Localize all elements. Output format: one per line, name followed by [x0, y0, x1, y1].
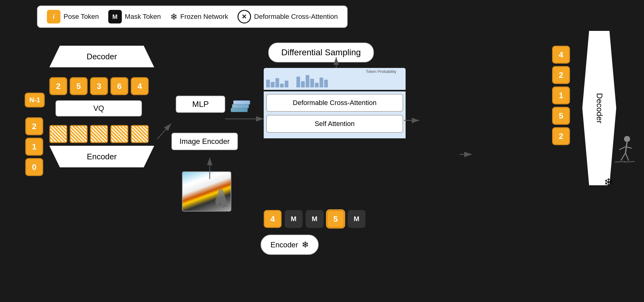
far-token-2a: 2 [552, 66, 570, 84]
bottom-token-4: 4 [264, 210, 282, 228]
layer-middle [232, 104, 249, 108]
cross-attention-legend: ✕ Deformable Cross-Attention [237, 10, 338, 23]
encoder-shape: Encoder [49, 146, 154, 167]
mask-sq-4 [110, 125, 128, 143]
token-val-3: 3 [90, 77, 108, 95]
mask-sq-2 [70, 125, 88, 143]
right-decoder-label: Decoder [595, 93, 604, 123]
deformable-cross-attention-box: Deformable Cross-Attention [266, 94, 403, 112]
self-attention-box: Self Attention [266, 115, 403, 133]
svg-line-4 [621, 153, 625, 161]
bar-9 [310, 79, 314, 87]
mlp-section: MLP [176, 96, 249, 113]
diff-sampling-box: Differential Sampling [268, 43, 374, 62]
bar-11 [320, 78, 323, 87]
bar-1 [266, 80, 270, 87]
token-val-6: 6 [110, 77, 128, 95]
bottom-mask-1: M [285, 210, 303, 228]
svg-line-9 [157, 124, 171, 139]
bar-2 [271, 82, 275, 87]
right-frozen-badge: ❄ [604, 176, 613, 189]
encoder-frozen-icon: ❄ [302, 240, 309, 250]
mlp-label: MLP [176, 96, 225, 113]
encoder-frozen-section: Encoder ❄ [261, 235, 319, 255]
far-token-4: 4 [552, 46, 570, 64]
bar-6 [296, 77, 300, 87]
bar-4 [280, 84, 284, 87]
encoder-bottom: Encoder [49, 146, 154, 167]
self-attention-label: Self Attention [315, 120, 355, 128]
deformable-label: Deformable Cross-Attention [293, 99, 376, 107]
cross-attention-icon: ✕ [237, 10, 251, 23]
image-encoder-label: Image Encoder [171, 133, 238, 150]
bottom-mask-3: M [348, 210, 365, 228]
far-token-5: 5 [552, 107, 570, 125]
pose-token-legend: i Pose Token [47, 10, 99, 23]
frozen-network-icon: ❄ [170, 12, 177, 22]
layer-bottom [231, 108, 248, 112]
token-1: 1 [25, 138, 43, 156]
encoder-frozen-box: Encoder ❄ [261, 235, 319, 255]
vq-label: VQ [56, 100, 142, 116]
decoder-shape: Decoder [49, 46, 154, 67]
n1-token: N-1 [25, 93, 45, 107]
layer-top [233, 100, 250, 105]
bar-7 [301, 81, 305, 87]
mask-sq-5 [131, 125, 149, 143]
probability-chart-area: Token Probability [264, 68, 406, 90]
far-right-token-col: 4 2 1 5 2 [552, 46, 570, 145]
token-val-5: 5 [70, 77, 88, 95]
skier-svg [610, 133, 638, 170]
cross-attention-label: Deformable Cross-Attention [254, 13, 338, 21]
far-token-1: 1 [552, 86, 570, 104]
svg-point-0 [624, 136, 630, 142]
bar-5 [285, 81, 288, 87]
left-token-column: 2 1 0 [25, 117, 43, 176]
mask-token-label: Mask Token [125, 13, 161, 21]
bottom-token-5: 5 [327, 210, 345, 228]
pose-token-icon: i [47, 10, 60, 23]
main-diagram: i Pose Token M Mask Token ❄ Frozen Netwo… [0, 0, 644, 302]
decoder-top: Decoder [49, 46, 154, 67]
attention-block: Token Probability Deformable Cross-Att [264, 68, 406, 138]
right-skier [610, 133, 638, 170]
bar-3 [275, 78, 279, 87]
layers-icon [231, 97, 249, 112]
deformable-area: Deformable Cross-Attention Self Attentio… [264, 91, 406, 138]
mask-token-legend: M Mask Token [108, 10, 161, 23]
pose-token-label: Pose Token [64, 13, 99, 21]
ski-image [182, 171, 231, 212]
bottom-tokens: 4 M M 5 M [264, 210, 365, 228]
bar-8 [306, 75, 309, 87]
vq-box: VQ [56, 100, 142, 116]
mask-sq-1 [49, 125, 67, 143]
bar-10 [315, 83, 319, 87]
token-2: 2 [25, 117, 43, 135]
token-val-4: 4 [131, 77, 149, 95]
token-probability-label: Token Probability [366, 69, 396, 74]
encoder-label: Encoder [87, 152, 117, 161]
bottom-mask-2: M [306, 210, 324, 228]
svg-line-2 [619, 147, 625, 150]
token-0: 0 [25, 158, 43, 176]
bar-12 [324, 80, 328, 87]
frozen-legend: ❄ Frozen Network [170, 12, 228, 22]
far-token-2b: 2 [552, 127, 570, 145]
token-val-2: 2 [49, 77, 67, 95]
mask-sq-3 [90, 125, 108, 143]
encoder-frozen-label: Encoder [270, 241, 298, 249]
diff-sampling-section: Differential Sampling [268, 43, 374, 69]
svg-line-7 [624, 161, 635, 162]
decoder-label: Decoder [87, 52, 117, 61]
mask-squares-row [49, 122, 149, 146]
legend-bar: i Pose Token M Mask Token ❄ Frozen Netwo… [37, 6, 348, 28]
mask-token-icon: M [108, 10, 122, 23]
frozen-label: Frozen Network [180, 13, 228, 21]
token-row-main: 2 5 3 6 4 [49, 74, 149, 98]
skier-silhouette [215, 189, 228, 208]
svg-line-5 [625, 153, 629, 161]
image-encoder-section: Image Encoder [171, 133, 238, 150]
svg-line-6 [615, 161, 625, 162]
